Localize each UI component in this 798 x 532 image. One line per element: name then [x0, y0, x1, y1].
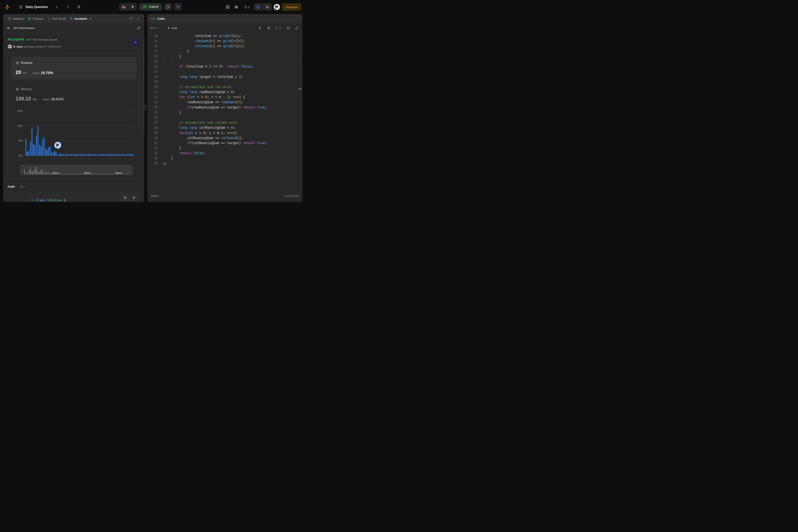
runtime-bar[interactable] [98, 154, 99, 156]
code-line-12[interactable]: 12colSums[c] += grid[r][c]; [147, 43, 300, 49]
runtime-bar[interactable] [60, 153, 61, 156]
runtime-bar[interactable] [59, 154, 60, 156]
tab-solutions[interactable]: Solutions [6, 14, 26, 23]
page-title[interactable]: Daily Question [25, 5, 48, 9]
code-line-13[interactable]: 13} [147, 49, 300, 54]
runtime-bar[interactable] [40, 146, 41, 156]
runtime-bar[interactable] [51, 152, 52, 156]
runtime-bar[interactable] [91, 154, 91, 156]
ai-sparkle-button[interactable] [174, 3, 182, 11]
runtime-bar[interactable] [80, 154, 81, 156]
user-avatar[interactable] [274, 4, 280, 10]
runtime-bar[interactable] [36, 135, 37, 156]
code-line-27[interactable]: 27// accumulate sum column wise. [147, 120, 300, 125]
all-submissions-label[interactable]: All Submissions [14, 26, 134, 30]
language-select[interactable]: C++ [151, 26, 159, 30]
runtime-bar[interactable] [83, 154, 84, 156]
bookmark-icon[interactable] [267, 26, 270, 30]
runtime-bar[interactable] [110, 154, 111, 156]
runtime-bar[interactable] [129, 154, 129, 156]
panel-resize-handle[interactable] [145, 104, 146, 110]
runtime-bar[interactable] [88, 154, 88, 156]
runtime-bar[interactable] [71, 154, 72, 156]
next-question-button[interactable] [65, 4, 71, 10]
runtime-bar[interactable] [101, 154, 102, 156]
debug-button[interactable] [119, 3, 128, 11]
runtime-bar[interactable] [84, 154, 86, 156]
runtime-bar[interactable] [56, 152, 57, 156]
shuffle-icon[interactable] [76, 4, 82, 10]
runtime-bar[interactable] [86, 154, 87, 156]
code-line-28[interactable]: 28long long colRunningSum = 0; [147, 125, 300, 130]
code-line-14[interactable]: 14} [147, 54, 300, 59]
cursor-position[interactable]: Ln 15, Col 1 [285, 194, 300, 197]
code-line-10[interactable]: 10totalSum += grid[r][c]; [147, 33, 300, 38]
runtime-bar[interactable] [28, 150, 29, 156]
code-line-26[interactable]: 26 [147, 115, 300, 120]
premium-button[interactable]: Premium [282, 3, 301, 11]
runtime-bar[interactable] [133, 154, 134, 156]
runtime-bar[interactable] [103, 154, 103, 156]
runtime-bar[interactable] [25, 139, 26, 156]
code-line-23[interactable]: 23rowRunningSum += rowSums[r]; [147, 99, 300, 104]
runtime-bar[interactable] [48, 147, 49, 156]
link-icon[interactable] [137, 26, 141, 30]
code-line-33[interactable]: 33return false; [147, 151, 300, 156]
runtime-bar[interactable] [97, 154, 97, 156]
runtime-bar[interactable] [89, 154, 90, 156]
runtime-bar[interactable] [75, 154, 76, 156]
code-line-19[interactable]: 19 [147, 79, 300, 84]
runtime-bar[interactable] [119, 154, 120, 156]
code-line-35[interactable]: 35}; [147, 161, 300, 166]
collaborate-button[interactable] [263, 3, 272, 11]
timer-button[interactable] [254, 3, 263, 11]
prev-question-button[interactable] [53, 4, 60, 10]
layout-grid-icon[interactable] [225, 4, 231, 10]
runtime-bar[interactable] [63, 154, 64, 156]
runtime-bar[interactable] [42, 139, 43, 156]
retry-with-code-button[interactable] [131, 195, 137, 201]
maximize-icon[interactable] [295, 26, 299, 30]
runtime-bar[interactable] [69, 154, 70, 156]
runtime-bar[interactable] [115, 154, 116, 156]
runtime-bar[interactable] [81, 154, 82, 156]
fullscreen-icon[interactable] [129, 17, 133, 20]
runtime-bar[interactable] [109, 154, 110, 156]
auto-mode-toggle[interactable]: Auto [167, 26, 177, 30]
code-line-15[interactable]: 15 [147, 59, 300, 64]
left-panel-scrollbar[interactable] [144, 39, 144, 132]
code-line-22[interactable]: 22for (int r = 0; r < n - 1; r++) { [147, 94, 300, 99]
code-line-20[interactable]: 20// accumulate sum row wise. [147, 84, 300, 90]
runtime-bar[interactable] [65, 154, 66, 156]
runtime-bar[interactable] [45, 148, 46, 156]
user-submission-marker[interactable] [54, 141, 61, 149]
runtime-card[interactable]: Runtime 20 ms | Beats 19.70% [11, 57, 137, 79]
runtime-bar[interactable] [73, 154, 73, 156]
undo-icon[interactable] [286, 26, 290, 30]
problem-list-icon[interactable] [17, 4, 24, 10]
runtime-bar[interactable] [38, 126, 38, 156]
code-line-18[interactable]: 18long long target = totalSum / 2; [147, 74, 300, 79]
collapse-panel-icon[interactable] [137, 17, 140, 20]
tab-accepted[interactable]: Accepted [68, 14, 94, 23]
code-line-29[interactable]: 29for(int c = 0; c < m-1; c++){ [147, 130, 300, 135]
runtime-bar[interactable] [57, 154, 58, 156]
runtime-bar[interactable] [116, 154, 117, 156]
runtime-bar[interactable] [33, 144, 34, 156]
runtime-bar[interactable] [122, 154, 123, 156]
braces-icon[interactable]: { } [276, 26, 281, 30]
runtime-bar[interactable] [118, 154, 119, 156]
runtime-bar[interactable] [74, 154, 75, 156]
code-line-32[interactable]: 32} [147, 146, 300, 151]
runtime-bar[interactable] [112, 154, 113, 156]
settings-gear-icon[interactable] [233, 4, 240, 10]
copy-code-button[interactable] [122, 195, 128, 201]
runtime-bar[interactable] [46, 150, 48, 156]
close-icon[interactable] [89, 17, 92, 20]
runtime-bar[interactable] [132, 154, 132, 156]
runtime-bar[interactable] [127, 154, 128, 156]
runtime-bar[interactable] [27, 152, 28, 156]
code-line-30[interactable]: 30colRunningSum += colSums[c]; [147, 135, 300, 140]
author-name[interactable]: D_Sync [13, 45, 23, 48]
runtime-bar[interactable] [32, 128, 32, 156]
